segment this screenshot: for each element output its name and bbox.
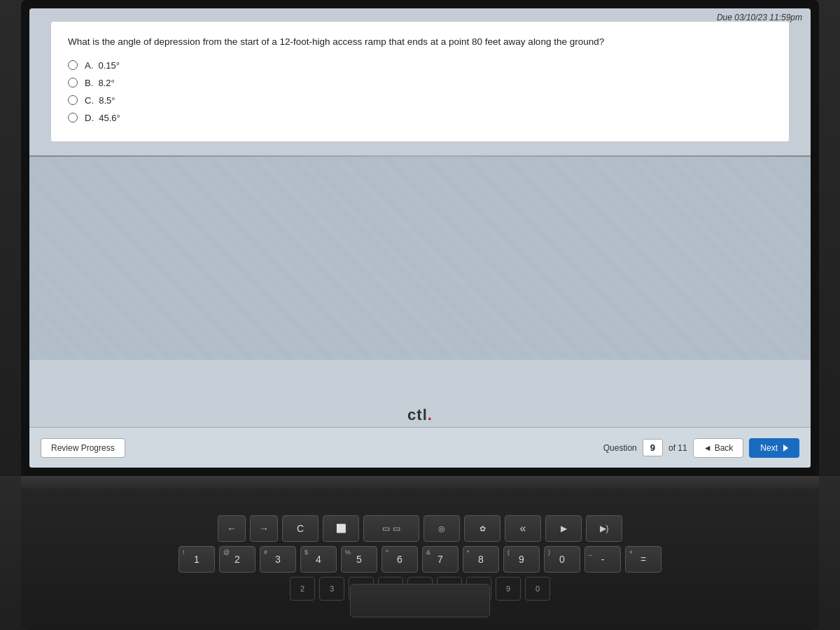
- radio-b[interactable]: [68, 78, 78, 88]
- question-number: 9: [643, 439, 663, 456]
- ctl-logo: ctl.: [407, 406, 433, 424]
- ctl-dot: .: [428, 406, 433, 424]
- hinge-bar: [21, 476, 819, 489]
- key-8[interactable]: *8: [463, 546, 499, 573]
- nav-right: Question 9 of 11 ◄ Back Next: [603, 438, 799, 458]
- screen: Due 03/10/23 11:59pm What is the angle o…: [29, 8, 811, 468]
- answer-option-a[interactable]: A. 0.15°: [68, 60, 772, 71]
- option-d-label: D.: [85, 113, 99, 123]
- key-2[interactable]: @2: [219, 546, 255, 573]
- screen-bezel: Due 03/10/23 11:59pm What is the angle o…: [21, 0, 819, 476]
- question-text: What is the angle of depression from the…: [68, 36, 772, 49]
- trackpad[interactable]: [350, 584, 490, 617]
- option-a-value: 0.15°: [99, 60, 120, 71]
- key-label-9[interactable]: 9: [496, 577, 521, 601]
- key-label-0[interactable]: 0: [525, 577, 550, 601]
- key-label-2[interactable]: 2: [290, 577, 315, 601]
- key-vol-up[interactable]: ▶: [545, 515, 582, 542]
- key-6[interactable]: ^6: [382, 546, 418, 573]
- option-d-value: 45.6°: [99, 113, 120, 123]
- quiz-container: What is the angle of depression from the…: [50, 21, 790, 142]
- radio-c[interactable]: [68, 95, 78, 105]
- radio-a[interactable]: [68, 60, 78, 70]
- back-button[interactable]: ◄ Back: [693, 438, 744, 458]
- bottom-bar: Review Progress Question 9 of 11 ◄ Back …: [29, 427, 811, 468]
- key-c[interactable]: C: [282, 515, 318, 542]
- of-label: of 11: [668, 443, 687, 453]
- key-1[interactable]: !1: [178, 546, 215, 573]
- key-arrow-left[interactable]: ←: [218, 515, 246, 542]
- option-c-label: C.: [85, 95, 99, 106]
- key-vol-down[interactable]: «: [505, 515, 541, 542]
- review-progress-button[interactable]: Review Progress: [41, 438, 125, 458]
- option-a-label: A.: [85, 60, 99, 71]
- answer-option-d[interactable]: D. 45.6°: [68, 113, 772, 123]
- option-b-label: B.: [85, 78, 99, 88]
- key-3[interactable]: #3: [260, 546, 296, 573]
- key-fullscreen[interactable]: ▭ ▭: [363, 515, 419, 542]
- key-window[interactable]: ⬜: [323, 515, 359, 542]
- key-label-3[interactable]: 3: [319, 577, 344, 601]
- key-arrow-right[interactable]: →: [250, 515, 278, 542]
- next-label: Next: [760, 443, 778, 453]
- key-mute[interactable]: ▶): [586, 515, 622, 542]
- answer-option-c[interactable]: C. 8.5°: [68, 95, 772, 106]
- back-label: Back: [715, 443, 734, 453]
- key-5[interactable]: %5: [341, 546, 377, 573]
- key-9[interactable]: (9: [503, 546, 540, 573]
- option-b-value: 8.2°: [99, 78, 115, 88]
- key-row-numbers: !1 @2 #3 $4 %5 ^6: [77, 546, 763, 573]
- middle-area: [29, 157, 811, 360]
- next-button[interactable]: Next: [749, 438, 799, 458]
- key-row-fn: ← → C ⬜ ▭ ▭ ◎ ✿ « ▶ ▶): [77, 515, 763, 542]
- back-arrow-icon: ◄: [704, 443, 712, 453]
- keyboard-deck: ← → C ⬜ ▭ ▭ ◎ ✿ « ▶ ▶) !1: [21, 489, 819, 630]
- next-arrow-icon: [783, 444, 788, 451]
- key-circle[interactable]: ◎: [424, 515, 460, 542]
- question-label: Question: [603, 443, 637, 453]
- key-minus[interactable]: _-: [584, 546, 621, 573]
- option-c-value: 8.5°: [99, 95, 115, 106]
- key-0[interactable]: )0: [544, 546, 580, 573]
- keyboard-area: ← → C ⬜ ▭ ▭ ◎ ✿ « ▶ ▶) !1: [0, 476, 840, 630]
- answer-option-b[interactable]: B. 8.2°: [68, 78, 772, 88]
- key-sun[interactable]: ✿: [464, 515, 500, 542]
- radio-d[interactable]: [68, 113, 78, 122]
- key-4[interactable]: $4: [300, 546, 337, 573]
- key-7[interactable]: &7: [422, 546, 458, 573]
- laptop-outer: Due 03/10/23 11:59pm What is the angle o…: [0, 0, 840, 630]
- key-plus[interactable]: +=: [625, 546, 662, 573]
